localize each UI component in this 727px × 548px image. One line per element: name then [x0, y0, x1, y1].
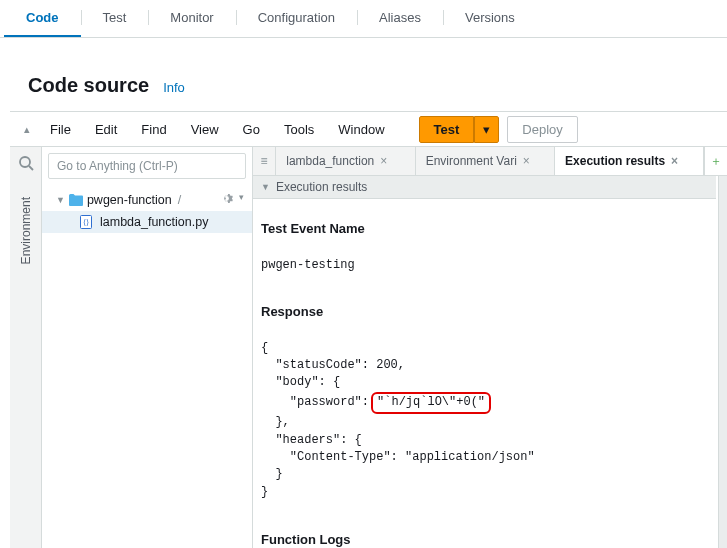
search-icon[interactable]	[16, 153, 36, 173]
editor-tab-exec-results[interactable]: Execution results ×	[555, 147, 704, 175]
editor-tab-lambda[interactable]: lambda_function ×	[276, 147, 415, 175]
test-event-name: pwgen-testing	[261, 258, 355, 272]
scrollbar-vertical[interactable]	[718, 176, 727, 548]
menu-view[interactable]: View	[179, 122, 231, 137]
close-icon[interactable]: ×	[671, 154, 678, 168]
omnisearch-placeholder: Go to Anything (Ctrl-P)	[57, 159, 178, 173]
tree-file-row[interactable]: ⟨⟩ lambda_function.py	[42, 211, 252, 233]
page-title: Code source	[28, 74, 149, 97]
svg-line-1	[29, 166, 33, 170]
editor-area: ≡ lambda_function × Environment Vari × E…	[253, 147, 727, 548]
response-line: }	[261, 485, 268, 499]
info-link[interactable]: Info	[163, 80, 185, 95]
tab-configuration[interactable]: Configuration	[236, 0, 357, 37]
tree-file-name: lambda_function.py	[100, 215, 208, 229]
folder-icon	[69, 194, 83, 206]
response-password-line: "password":"`h/jq`lO\"+0("	[261, 395, 491, 409]
editor-tabs: ≡ lambda_function × Environment Vari × E…	[253, 147, 727, 176]
response-line: }	[261, 467, 283, 481]
chevron-down-icon: ▾	[483, 122, 490, 137]
section-heading: Code source Info	[0, 38, 727, 111]
results-header[interactable]: ▼ Execution results	[253, 176, 716, 199]
response-line: {	[261, 341, 268, 355]
response-line: "headers": {	[261, 433, 362, 447]
folder-suffix: /	[178, 193, 181, 207]
editor-tab-add[interactable]: ＋	[704, 147, 727, 175]
test-button-group: Test ▾	[419, 116, 500, 143]
ide: ▴ File Edit Find View Go Tools Window Te…	[10, 111, 727, 548]
password-value-highlight: "`h/jq`lO\"+0("	[371, 392, 491, 414]
response-line: "statusCode": 200,	[261, 358, 405, 372]
tab-versions[interactable]: Versions	[443, 0, 537, 37]
test-button[interactable]: Test	[419, 116, 475, 143]
menu-edit[interactable]: Edit	[83, 122, 129, 137]
response-line: },	[261, 415, 290, 429]
label-test-event-name: Test Event Name	[261, 220, 708, 239]
gear-icon[interactable]	[220, 192, 233, 208]
results-body: Test Event Name pwgen-testing Response {…	[253, 199, 716, 548]
menu-tools[interactable]: Tools	[272, 122, 326, 137]
menubar: ▴ File Edit Find View Go Tools Window Te…	[10, 112, 727, 147]
editor-tab-env[interactable]: Environment Vari ×	[416, 147, 555, 175]
svg-text:⟨⟩: ⟨⟩	[83, 218, 89, 227]
file-icon: ⟨⟩	[80, 215, 92, 229]
left-rail: Environment	[10, 147, 42, 548]
test-button-caret[interactable]: ▾	[474, 116, 499, 143]
svg-point-0	[20, 157, 30, 167]
menu-icon: ≡	[261, 154, 268, 168]
menu-caret-icon[interactable]: ▾	[239, 192, 244, 208]
results-header-label: Execution results	[276, 180, 367, 194]
file-tree: ▼ pwgen-function / ▾ ⟨⟩	[42, 183, 252, 233]
collapse-up-icon[interactable]: ▴	[24, 123, 30, 136]
chevron-down-icon: ▼	[261, 182, 270, 192]
tree-folder-row[interactable]: ▼ pwgen-function / ▾	[42, 189, 252, 211]
response-line: "Content-Type": "application/json"	[261, 450, 535, 464]
page-tabs: Code Test Monitor Configuration Aliases …	[0, 0, 727, 38]
tree-folder-name: pwgen-function	[87, 193, 172, 207]
chevron-down-icon: ▼	[56, 195, 65, 205]
editor-tab-label: Environment Vari	[426, 154, 517, 168]
tab-aliases[interactable]: Aliases	[357, 0, 443, 37]
menu-go[interactable]: Go	[231, 122, 272, 137]
editor-tab-label: lambda_function	[286, 154, 374, 168]
ide-body: Environment Go to Anything (Ctrl-P) ▼ pw…	[10, 147, 727, 548]
menu-window[interactable]: Window	[326, 122, 396, 137]
plus-icon: ＋	[710, 153, 722, 170]
editor-tab-label: Execution results	[565, 154, 665, 168]
editor-tab-menu[interactable]: ≡	[253, 147, 276, 175]
tab-code[interactable]: Code	[4, 0, 81, 37]
close-icon[interactable]: ×	[380, 154, 387, 168]
file-explorer: Go to Anything (Ctrl-P) ▼ pwgen-function…	[42, 147, 253, 548]
omnisearch-input[interactable]: Go to Anything (Ctrl-P)	[48, 153, 246, 179]
deploy-button: Deploy	[507, 116, 577, 143]
menu-find[interactable]: Find	[129, 122, 178, 137]
label-response: Response	[261, 303, 708, 322]
label-function-logs: Function Logs	[261, 531, 708, 548]
tab-test[interactable]: Test	[81, 0, 149, 37]
response-line: "body": {	[261, 375, 340, 389]
rail-environment-label[interactable]: Environment	[19, 197, 33, 264]
tab-monitor[interactable]: Monitor	[148, 0, 235, 37]
close-icon[interactable]: ×	[523, 154, 530, 168]
menu-file[interactable]: File	[38, 122, 83, 137]
